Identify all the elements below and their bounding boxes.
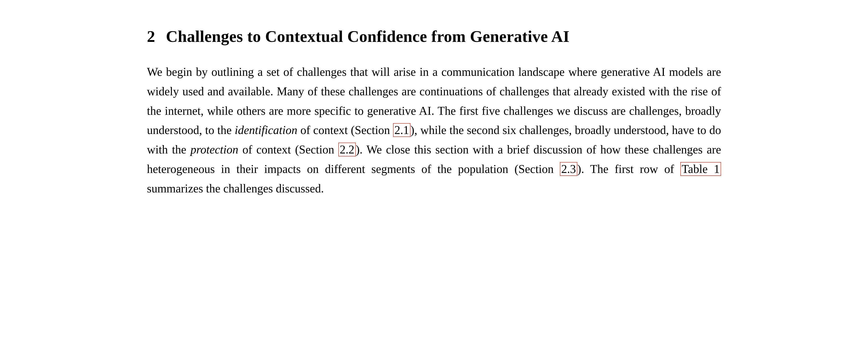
protection-italic: protection bbox=[190, 143, 238, 156]
text-after-identification: of context (Section bbox=[298, 123, 393, 137]
ref-link-table-1[interactable]: Table 1 bbox=[680, 162, 721, 176]
text-after-2-3: ). The first row of bbox=[577, 163, 680, 175]
section-heading: 2 Challenges to Contextual Confidence fr… bbox=[147, 27, 721, 46]
page-content: 2 Challenges to Contextual Confidence fr… bbox=[106, 0, 762, 225]
text-after-protection: of context (Section bbox=[238, 143, 338, 156]
body-paragraph: We begin by outlining a set of challenge… bbox=[147, 62, 721, 198]
ref-link-2-2[interactable]: 2.2 bbox=[338, 143, 356, 157]
identification-italic: identification bbox=[235, 123, 297, 137]
ref-link-2-3[interactable]: 2.3 bbox=[560, 162, 577, 176]
text-final: summarizes the challenges discussed. bbox=[147, 182, 324, 195]
section-title: Challenges to Contextual Confidence from… bbox=[166, 27, 569, 46]
section-number: 2 bbox=[147, 27, 155, 46]
ref-link-2-1[interactable]: 2.1 bbox=[393, 123, 410, 137]
